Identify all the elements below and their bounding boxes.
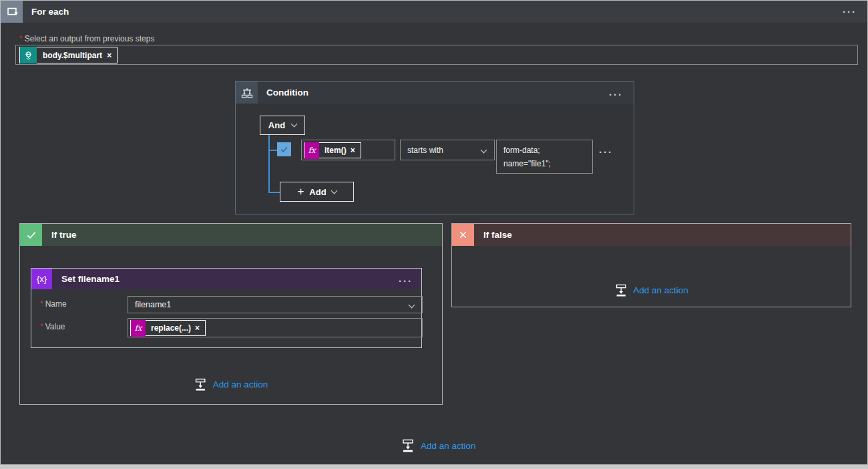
foreach-output-input[interactable]: body.$multipart × [15, 45, 858, 65]
condition-group-operator-label: And [268, 120, 285, 130]
name-field-value: filename1 [128, 300, 409, 309]
set-variable-title: Set filename1 [61, 274, 120, 284]
operand2-line1: form-data; [503, 144, 586, 157]
condition-tree-line-branch1 [268, 150, 277, 151]
chevron-down-icon [291, 121, 298, 128]
add-action-icon [401, 438, 415, 453]
item-expression-token[interactable]: fx item() × [304, 142, 361, 158]
replace-expression-label: replace(...) [146, 323, 194, 333]
set-variable-menu-button[interactable]: ··· [399, 276, 413, 286]
required-marker: * [40, 322, 43, 331]
if-false-header[interactable]: If false [452, 224, 851, 246]
if-true-branch: If true {x} Set filename1 ··· * Name fil… [19, 223, 443, 405]
chevron-down-icon [331, 187, 337, 194]
if-false-branch: If false Add an action [451, 223, 851, 307]
name-field-label-row: * Name [40, 299, 67, 309]
condition-tree-line-vertical [268, 135, 270, 193]
condition-tree-line-branch2 [268, 192, 280, 193]
http-request-icon [20, 47, 37, 63]
condition-add-label: Add [309, 187, 326, 197]
variable-icon: {x} [31, 269, 52, 289]
if-true-add-action-label: Add an action [213, 379, 268, 389]
item-expression-label: item() [319, 146, 349, 155]
foreach-select-label: Select an output from previous steps [25, 34, 155, 43]
foreach-title: For each [31, 7, 69, 17]
foreach-header[interactable]: For each ··· [1, 1, 867, 23]
plus-icon: + [297, 185, 304, 198]
multipart-token[interactable]: body.$multipart × [19, 47, 118, 63]
value-field-label: Value [45, 322, 65, 331]
foreach-menu-button[interactable]: ··· [843, 7, 857, 17]
condition-operand2-input[interactable]: form-data; name="file1"; [496, 140, 593, 174]
condition-row-checkbox[interactable] [277, 142, 291, 156]
replace-expression-close-icon[interactable]: × [194, 323, 205, 333]
fx-icon: fx [131, 320, 146, 337]
add-action-icon [614, 283, 627, 297]
if-true-add-action-button[interactable]: Add an action [194, 377, 268, 392]
footer-add-action-button[interactable]: Add an action [401, 438, 476, 453]
chevron-down-icon [409, 301, 415, 308]
set-variable-header[interactable]: {x} Set filename1 ··· [31, 269, 421, 289]
checkmark-icon [279, 144, 289, 154]
multipart-token-label: body.$multipart [37, 51, 105, 60]
condition-group-operator-dropdown[interactable]: And [260, 116, 305, 135]
condition-add-button[interactable]: + Add [280, 182, 354, 202]
condition-title: Condition [266, 88, 308, 98]
foreach-scope: For each ··· * Select an output from pre… [0, 0, 868, 465]
required-marker: * [40, 299, 43, 309]
if-false-add-action-label: Add an action [633, 285, 688, 295]
condition-row-menu-button[interactable]: ··· [599, 147, 613, 157]
check-icon [20, 224, 42, 246]
if-false-title: If false [483, 230, 512, 240]
name-field-label: Name [45, 299, 67, 309]
condition-operand1-input[interactable]: fx item() × [301, 140, 395, 160]
operand2-line2: name="file1"; [503, 157, 586, 170]
x-icon [452, 224, 474, 246]
condition-header[interactable]: Condition ··· [236, 82, 634, 104]
item-expression-close-icon[interactable]: × [349, 146, 361, 155]
condition-operator-value: starts with [401, 146, 481, 155]
value-field-label-row: * Value [40, 322, 65, 331]
condition-icon [236, 82, 258, 104]
value-field-input[interactable]: fx replace(...) × [128, 318, 423, 337]
condition-menu-button[interactable]: ··· [609, 90, 623, 100]
foreach-select-label-row: * Select an output from previous steps [19, 34, 154, 43]
name-field-dropdown[interactable]: filename1 [128, 296, 423, 313]
if-true-header[interactable]: If true [20, 224, 442, 246]
if-true-title: If true [51, 230, 77, 240]
required-marker: * [19, 34, 23, 43]
fx-icon: fx [304, 142, 319, 159]
condition-operator-dropdown[interactable]: starts with [400, 140, 495, 160]
add-action-icon [194, 377, 207, 392]
chevron-down-icon [481, 147, 487, 154]
set-variable-card: {x} Set filename1 ··· * Name filename1 *… [31, 268, 422, 348]
if-false-add-action-button[interactable]: Add an action [614, 283, 688, 297]
foreach-loop-icon [1, 1, 23, 23]
condition-card: Condition ··· And fx item() × starts wi [235, 81, 634, 214]
footer-add-action-label: Add an action [421, 441, 476, 451]
multipart-token-close-icon[interactable]: × [105, 51, 117, 60]
replace-expression-token[interactable]: fx replace(...) × [130, 320, 206, 336]
